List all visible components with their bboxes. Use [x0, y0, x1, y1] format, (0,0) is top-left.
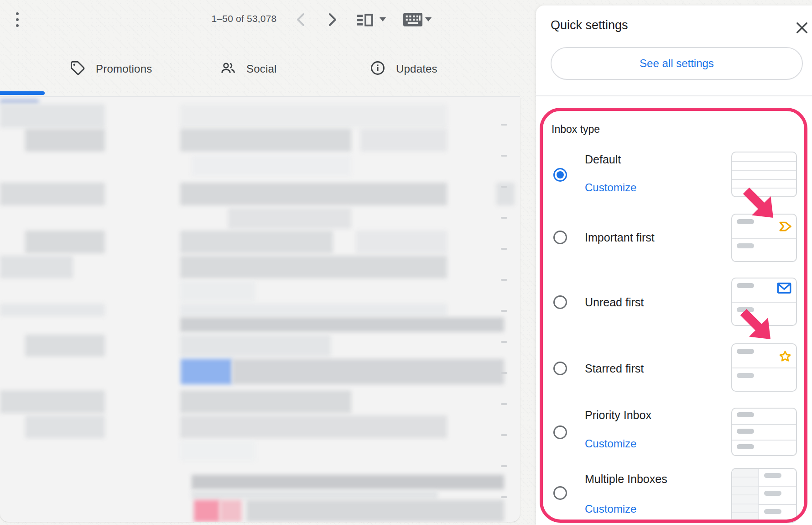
starred-first-thumbnail: [731, 343, 797, 392]
tab-social[interactable]: Social: [220, 54, 277, 84]
tab-label: Updates: [396, 63, 437, 75]
option-label: Unread first: [585, 296, 644, 309]
more-options-kebab-icon[interactable]: [14, 10, 22, 29]
active-tab-indicator: [0, 91, 45, 95]
close-icon[interactable]: [794, 20, 810, 36]
customize-link[interactable]: Customize: [585, 437, 636, 450]
see-all-settings-button[interactable]: See all settings: [551, 47, 803, 80]
radio-button[interactable]: [553, 486, 567, 500]
option-label: Priority Inbox: [585, 409, 651, 422]
customize-link[interactable]: Customize: [585, 181, 636, 194]
panel-header-divider: [536, 95, 812, 96]
info-icon: [370, 60, 386, 78]
unread-first-thumbnail: [731, 278, 797, 326]
customize-link[interactable]: Customize: [585, 503, 636, 515]
radio-button[interactable]: [553, 168, 567, 182]
priority-inbox-thumbnail: [731, 408, 797, 456]
tag-icon: [69, 60, 86, 78]
list-toolbar: 1–50 of 53,078: [0, 0, 520, 43]
inbox-type-section-title: Inbox type: [552, 123, 600, 136]
default-inbox-thumbnail: [731, 152, 797, 197]
radio-button[interactable]: [553, 295, 567, 309]
radio-button[interactable]: [553, 231, 567, 244]
envelope-icon: [777, 282, 791, 294]
important-first-thumbnail: [731, 214, 797, 262]
multiple-inboxes-thumbnail: [731, 468, 797, 523]
tab-updates[interactable]: Updates: [370, 54, 437, 84]
pagination-count: 1–50 of 53,078: [201, 13, 287, 24]
gmail-screen: 1–50 of 53,078: [0, 0, 812, 525]
star-icon: [778, 349, 792, 364]
option-label: Multiple Inboxes: [585, 472, 667, 486]
option-label: Default: [585, 153, 621, 166]
tab-label: Social: [246, 63, 277, 75]
importance-marker-icon: [779, 221, 792, 232]
split-view-icon[interactable]: [357, 12, 374, 30]
keyboard-dropdown-caret-icon[interactable]: [425, 17, 432, 21]
newer-page-chevron-left-icon[interactable]: [293, 12, 308, 27]
input-tools-keyboard-icon[interactable]: [403, 13, 422, 28]
option-label: Important first: [585, 231, 655, 244]
quick-settings-panel: Quick settings See all settings Inbox ty…: [536, 5, 812, 525]
split-view-dropdown-caret-icon[interactable]: [380, 17, 386, 21]
older-page-chevron-right-icon[interactable]: [325, 12, 340, 27]
radio-button[interactable]: [553, 425, 567, 439]
tab-promotions[interactable]: Promotions: [69, 54, 152, 84]
radio-button[interactable]: [553, 362, 567, 375]
panel-title: Quick settings: [551, 18, 628, 32]
people-icon: [220, 60, 236, 78]
option-label: Starred first: [585, 362, 644, 375]
email-list[interactable]: [0, 97, 520, 522]
inbox-category-tabs: Promotions Social Updates: [0, 43, 520, 97]
tab-label: Promotions: [96, 63, 152, 75]
